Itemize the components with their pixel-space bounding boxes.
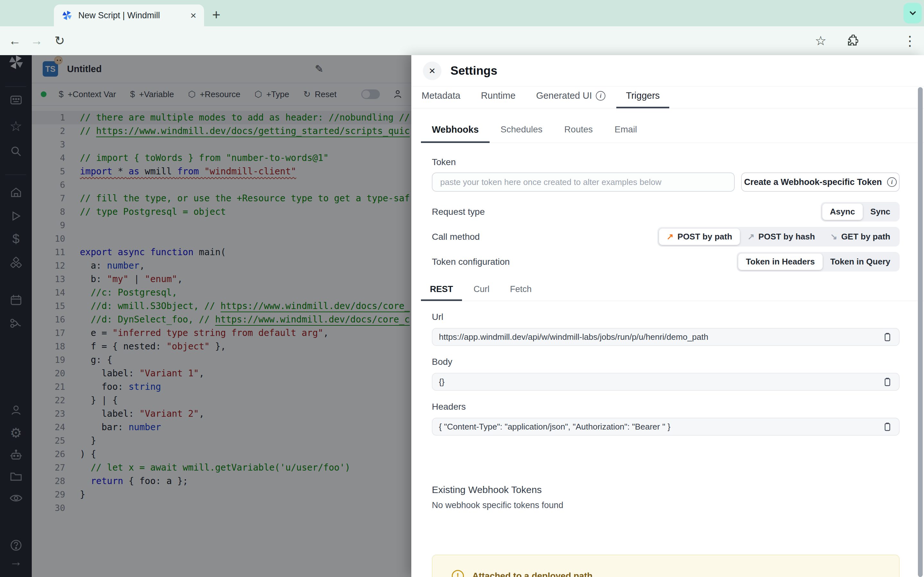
settings-drawer: × Settings MetadataRuntimeGenerated UIiT… [411,55,924,577]
request-type-label: Request type [432,207,485,217]
bookmark-star-icon[interactable]: ☆ [811,26,830,55]
tab-fetch[interactable]: Fetch [501,284,541,301]
forward-icon[interactable]: → [27,26,46,55]
segment-token-in-headers[interactable]: Token in Headers [738,253,822,270]
deployed-path-warning: ! Attached to a deployed path The webhoo… [432,554,900,577]
tab-metadata[interactable]: Metadata [412,90,470,108]
field-url[interactable]: https://app.windmill.dev/api/w/windmill-… [432,328,900,346]
browser-tab[interactable]: New Script | Windmill × [54,5,204,26]
call-method-row: Call method ↗POST by path↗POST by hash↘G… [432,227,900,247]
tab-label: Routes [564,124,593,134]
tab-rest[interactable]: REST [421,284,462,301]
create-webhook-token-button[interactable]: Create a Webhook-specific Token i [741,172,900,192]
token-row: Create a Webhook-specific Token i [432,172,900,192]
reload-icon[interactable]: ↻ [50,26,69,55]
segment-async[interactable]: Async [822,203,863,220]
screen: New Script | Windmill × + ← → ↻ app.wind… [0,0,924,577]
segment-label: Token in Query [830,257,890,267]
tab-label: Metadata [422,90,460,101]
tab-label: Webhooks [432,124,479,135]
token-config-toggle: Token in HeadersToken in Query [737,252,900,271]
windmill-favicon-icon [61,10,73,21]
info-icon: i [596,91,606,101]
arrow-icon: ↘ [830,232,837,242]
segment-label: GET by path [841,232,890,242]
chevron-down-icon [908,8,918,18]
close-icon[interactable]: × [423,61,441,80]
modal-dim-overlay[interactable] [0,55,411,577]
clipboard-icon[interactable] [882,377,893,387]
segment-sync[interactable]: Sync [863,203,898,220]
settings-tabs: MetadataRuntimeGenerated UIiTriggers [411,87,924,108]
app-frame: ☆ $ [0,55,924,577]
tab-label: Fetch [510,284,532,294]
tab-label: Runtime [481,90,515,101]
existing-tokens-empty: No webhook specific tokens found [432,500,900,510]
segment-label: POST by path [678,232,732,242]
token-label: Token [432,157,900,167]
arrow-icon: ↗ [667,232,674,242]
drawer-header: × Settings [411,55,924,87]
extensions-icon[interactable] [843,26,862,55]
tab-generated-ui[interactable]: Generated UIi [527,90,615,108]
warning-title: Attached to a deployed path [472,571,593,577]
menu-kebab-icon[interactable]: ⋮ [900,26,919,55]
subtab-email[interactable]: Email [604,124,648,143]
field-value: { "Content-Type": "application/json", "A… [439,422,877,432]
tab-label: Curl [473,284,489,294]
example-code-tabs: RESTCurlFetch [421,284,924,301]
request-type-toggle: AsyncSync [821,202,900,221]
browser-toolbar: ← → ↻ app.windmill.dev/scripts/add#JTdCJ… [0,26,924,55]
alert-icon: ! [452,570,464,577]
info-icon: i [887,177,897,187]
field-value: https://app.windmill.dev/api/w/windmill-… [439,332,877,342]
token-config-label: Token configuration [432,257,510,267]
segment-post-by-hash[interactable]: ↗POST by hash [740,229,822,245]
segment-get-by-path[interactable]: ↘GET by path [822,229,898,245]
request-type-row: Request type AsyncSync [432,202,900,221]
segment-token-in-query[interactable]: Token in Query [822,253,898,270]
tab-label: Schedules [501,124,543,134]
tab-title: New Script | Windmill [78,11,184,21]
arrow-icon: ↗ [748,232,754,242]
segment-label: Sync [871,207,890,217]
subtab-webhooks[interactable]: Webhooks [421,124,489,143]
webhook-fields: Urlhttps://app.windmill.dev/api/w/windmi… [432,312,900,436]
field-label-url: Url [432,312,900,322]
call-method-toggle: ↗POST by path↗POST by hash↘GET by path [657,227,900,247]
new-tab-button[interactable]: + [207,6,225,24]
segment-post-by-path[interactable]: ↗POST by path [659,229,740,245]
field-label-headers: Headers [432,402,900,412]
segment-label: POST by hash [758,232,815,242]
back-icon[interactable]: ← [5,26,24,55]
existing-tokens-title: Existing Webhook Tokens [432,484,900,495]
tab-label: Triggers [626,90,660,101]
clipboard-icon[interactable] [882,422,893,432]
field-headers[interactable]: { "Content-Type": "application/json", "A… [432,418,900,436]
warning-header: ! Attached to a deployed path [452,570,886,577]
field-value: {} [439,377,877,387]
tab-curl[interactable]: Curl [465,284,499,301]
subtab-routes[interactable]: Routes [553,124,604,143]
subtab-schedules[interactable]: Schedules [489,124,553,143]
tab-triggers[interactable]: Triggers [616,90,669,108]
call-method-label: Call method [432,232,480,242]
drawer-scroll-area: WebhooksSchedulesRoutesEmail Token Creat… [411,108,924,577]
create-token-label: Create a Webhook-specific Token [744,177,882,187]
tab-label: Email [615,124,637,134]
token-input[interactable] [432,172,735,192]
token-config-row: Token configuration Token in HeadersToke… [432,252,900,271]
browser-tabstrip: New Script | Windmill × + [0,0,924,26]
trigger-subtabs: WebhooksSchedulesRoutesEmail [421,124,924,143]
field-label-body: Body [432,357,900,367]
field-body[interactable]: {} [432,373,900,391]
tab-label: Generated UI [536,90,592,101]
drawer-title: Settings [451,64,497,77]
tab-close-icon[interactable]: × [190,10,196,21]
segment-label: Async [830,207,855,217]
clipboard-icon[interactable] [882,332,893,342]
tab-search-button[interactable] [903,3,922,23]
tab-label: REST [430,284,453,294]
drawer-scrollbar[interactable] [918,87,923,577]
tab-runtime[interactable]: Runtime [471,90,525,108]
